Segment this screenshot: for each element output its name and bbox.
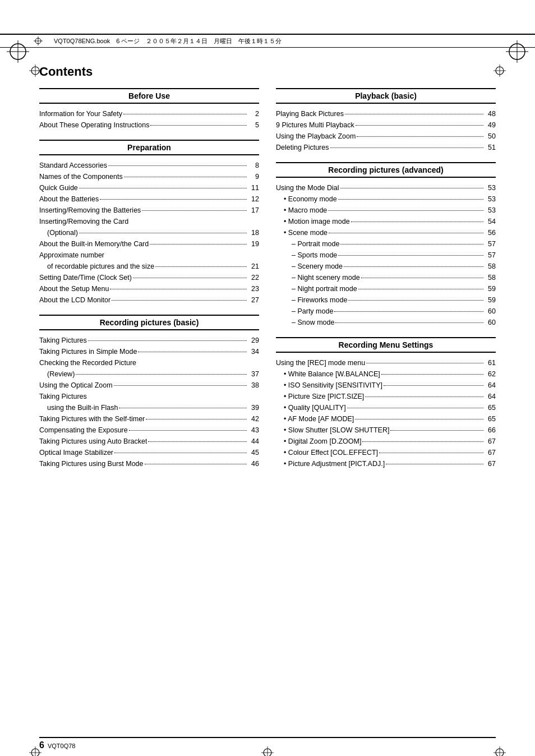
list-item: Inserting/Removing the Card xyxy=(39,216,259,227)
list-item: Taking Pictures with the Self-timer 42 xyxy=(39,413,259,425)
section-header-preparation: Preparation xyxy=(39,140,259,155)
list-item: Setting Date/Time (Clock Set) 22 xyxy=(39,272,259,283)
page: VQT0Q78ENG.book 6 ページ ２００５年２月１４日 月曜日 午後１… xyxy=(0,34,535,756)
section-recording-advanced: Recording pictures (advanced) Using the … xyxy=(276,162,496,328)
list-item: Playing Back Pictures 48 xyxy=(276,108,496,119)
list-item: About These Operating Instructions 5 xyxy=(39,119,259,131)
list-item: About the LCD Monitor 27 xyxy=(39,294,259,306)
list-item: Quick Guide 11 xyxy=(39,182,259,193)
two-column-layout: Before Use Information for Your Safety 2… xyxy=(39,88,496,478)
list-item: • ISO Sensitivity [SENSITIVITY] 64 xyxy=(276,380,496,391)
list-item: – Night scenery mode 58 xyxy=(276,272,496,283)
list-item: Information for Your Safety 2 xyxy=(39,108,259,119)
footer-content: 6 VQT0Q78 xyxy=(39,740,496,750)
section-recording-basic: Recording pictures (basic) Taking Pictur… xyxy=(39,315,259,469)
section-header-recording-basic: Recording pictures (basic) xyxy=(39,315,259,330)
list-item: using the Built-in Flash 39 xyxy=(39,402,259,413)
list-item: • AF Mode [AF MODE] 65 xyxy=(276,413,496,425)
list-item: Using the Playback Zoom 50 xyxy=(276,131,496,142)
header-japanese-text: VQT0Q78ENG.book 6 ページ ２００５年２月１４日 月曜日 午後１… xyxy=(54,37,282,45)
corner-mark-tl xyxy=(7,40,29,63)
header-bar: VQT0Q78ENG.book 6 ページ ２００５年２月１４日 月曜日 午後１… xyxy=(0,34,535,48)
list-item: Taking Pictures using Burst Mode 46 xyxy=(39,458,259,469)
footer-divider xyxy=(39,737,496,738)
list-item: – Scenery mode 58 xyxy=(276,261,496,272)
main-content: Contents Before Use Information for Your… xyxy=(0,48,535,512)
section-header-before-use: Before Use xyxy=(39,88,259,104)
list-item-motion-image-mode: • Motion image mode 54 xyxy=(276,216,496,227)
list-item: Taking Pictures in Simple Mode 34 xyxy=(39,346,259,357)
list-item: Names of the Components 9 xyxy=(39,171,259,182)
list-item: 9 Pictures Multi Playback 49 xyxy=(276,119,496,131)
toc-recording-basic: Taking Pictures 29 Taking Pictures in Si… xyxy=(39,335,259,469)
list-item: – Portrait mode 57 xyxy=(276,238,496,250)
list-item: • Macro mode 53 xyxy=(276,205,496,216)
list-item: Deleting Pictures 51 xyxy=(276,142,496,153)
list-item: About the Built-in Memory/the Card 19 xyxy=(39,238,259,250)
section-header-playback-basic: Playback (basic) xyxy=(276,88,496,104)
crosshair-left xyxy=(34,36,43,45)
section-preparation: Preparation Standard Accessories 8 Names… xyxy=(39,140,259,306)
list-item: – Party mode 60 xyxy=(276,306,496,317)
list-item: • White Balance [W.BALANCE] 62 xyxy=(276,368,496,380)
toc-before-use: Information for Your Safety 2 About Thes… xyxy=(39,108,259,131)
corner-mark-tr xyxy=(506,40,528,63)
page-title: Contents xyxy=(39,64,496,79)
list-item: Compensating the Exposure 43 xyxy=(39,425,259,436)
left-column: Before Use Information for Your Safety 2… xyxy=(39,88,259,478)
list-item: Taking Pictures xyxy=(39,391,259,402)
list-item: About the Setup Menu 23 xyxy=(39,283,259,294)
list-item: Taking Pictures using Auto Bracket 44 xyxy=(39,436,259,447)
list-item: About the Batteries 12 xyxy=(39,193,259,205)
list-item: – Sports mode 57 xyxy=(276,250,496,261)
section-header-recording-advanced: Recording pictures (advanced) xyxy=(276,162,496,178)
list-item: of recordable pictures and the size 21 xyxy=(39,261,259,272)
toc-playback-basic: Playing Back Pictures 48 9 Pictures Mult… xyxy=(276,108,496,153)
footer-page-number: 6 xyxy=(39,740,44,750)
section-playback-basic: Playback (basic) Playing Back Pictures 4… xyxy=(276,88,496,153)
list-item: • Scene mode 56 xyxy=(276,227,496,238)
list-item: • Economy mode 53 xyxy=(276,193,496,205)
list-item: (Review) 37 xyxy=(39,368,259,380)
list-item: • Quality [QUALITY] 65 xyxy=(276,402,496,413)
list-item: – Fireworks mode 59 xyxy=(276,294,496,306)
list-item: Inserting/Removing the Batteries 17 xyxy=(39,205,259,216)
list-item: – Night portrait mode 59 xyxy=(276,283,496,294)
section-recording-menu: Recording Menu Settings Using the [REC] … xyxy=(276,337,496,469)
list-item: Optical Image Stabilizer 45 xyxy=(39,447,259,458)
list-item: Approximate number xyxy=(39,250,259,261)
list-item: Checking the Recorded Picture xyxy=(39,357,259,368)
section-header-recording-menu: Recording Menu Settings xyxy=(276,337,496,353)
list-item: Taking Pictures 29 xyxy=(39,335,259,346)
list-item: • Digital Zoom [D.ZOOM] 67 xyxy=(276,436,496,447)
list-item: • Picture Size [PICT.SIZE] 64 xyxy=(276,391,496,402)
list-item: • Picture Adjustment [PICT.ADJ.] 67 xyxy=(276,458,496,469)
list-item: Using the Optical Zoom 38 xyxy=(39,380,259,391)
toc-recording-menu: Using the [REC] mode menu 61 • White Bal… xyxy=(276,357,496,469)
list-item: Using the Mode Dial 53 xyxy=(276,182,496,193)
list-item: Using the [REC] mode menu 61 xyxy=(276,357,496,368)
toc-preparation: Standard Accessories 8 Names of the Comp… xyxy=(39,160,259,306)
inner-corner-mark-tl xyxy=(29,64,41,77)
footer-doc-id: VQT0Q78 xyxy=(48,743,76,749)
list-item: • Slow Shutter [SLOW SHUTTER] 66 xyxy=(276,425,496,436)
list-item: (Optional) 18 xyxy=(39,227,259,238)
list-item: Standard Accessories 8 xyxy=(39,160,259,171)
inner-corner-mark-tr xyxy=(494,64,506,77)
list-item: • Colour Effect [COL.EFFECT] 67 xyxy=(276,447,496,458)
section-before-use: Before Use Information for Your Safety 2… xyxy=(39,88,259,131)
footer: 6 VQT0Q78 xyxy=(39,737,496,750)
toc-recording-advanced: Using the Mode Dial 53 • Economy mode 53… xyxy=(276,182,496,328)
list-item: – Snow mode 60 xyxy=(276,317,496,328)
right-column: Playback (basic) Playing Back Pictures 4… xyxy=(276,88,496,478)
